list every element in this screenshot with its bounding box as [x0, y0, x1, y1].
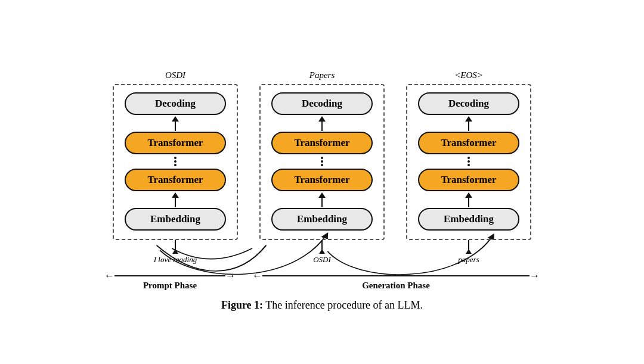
- diagram2-embedding-node: Embedding: [271, 208, 373, 231]
- diagram1-arrow2: [172, 191, 179, 208]
- diagram3-box: Decoding Transformer Transformer Embeddi…: [406, 84, 531, 240]
- input-arrowhead-icon: [466, 249, 472, 254]
- arrowhead-icon: [318, 116, 326, 122]
- diagram1-label-top: OSDI: [165, 70, 185, 80]
- diagram1-arrow1: [172, 115, 179, 132]
- diagram3-transformer2-node: Transformer: [418, 132, 519, 154]
- dot-icon: [321, 164, 323, 166]
- diagram2-transformer1-node: Transformer: [271, 169, 373, 191]
- figure-caption: Figure 1: The inference procedure of an …: [221, 299, 423, 312]
- diagram2-label-top: Papers: [309, 70, 335, 80]
- arrow-line: [468, 198, 469, 207]
- generation-arrow-right-icon: →: [530, 270, 540, 281]
- generation-arrow-left-icon: ←: [252, 270, 262, 281]
- input-arrow-line: [468, 240, 469, 250]
- generation-phase-label: Generation Phase: [362, 281, 430, 291]
- input-arrowhead-icon: [172, 249, 178, 254]
- generation-line: [262, 275, 530, 276]
- diagram2: Papers Decoding Transformer Transformer: [259, 70, 385, 265]
- diagram2-input-label: OSDI: [313, 255, 331, 265]
- generation-bracket: ← →: [252, 270, 540, 281]
- dot-icon: [321, 157, 323, 159]
- diagram3-arrow1: [465, 115, 472, 132]
- diagram1-decoding-node: Decoding: [125, 92, 226, 115]
- prompt-arrow-left-icon: ←: [104, 270, 114, 281]
- dot-icon: [174, 160, 177, 163]
- dot-icon: [467, 157, 470, 159]
- arrowhead-icon: [172, 116, 179, 122]
- arrow-line: [468, 122, 469, 131]
- diagram2-box: Decoding Transformer Transformer Embeddi…: [259, 84, 385, 240]
- diagram3-input-label: papers: [458, 255, 479, 265]
- prompt-phase-section: ← → Prompt Phase: [104, 270, 236, 291]
- diagram3-dots: [467, 154, 470, 169]
- arrowhead-icon: [465, 192, 472, 198]
- prompt-bracket: ← →: [104, 270, 236, 281]
- dot-icon: [467, 164, 470, 166]
- dot-icon: [174, 157, 177, 159]
- input-arrowhead-icon: [319, 249, 325, 254]
- diagram1-input-label: I love reading: [154, 255, 197, 265]
- diagram2-dots: [321, 154, 323, 169]
- prompt-phase-label: Prompt Phase: [143, 281, 197, 291]
- arrow-line: [321, 122, 323, 131]
- figure-container: OSDI Decoding Transformer Transformer: [36, 52, 608, 312]
- diagram1-box: Decoding Transformer Transformer Embeddi…: [113, 84, 238, 240]
- diagram3: <EOS> Decoding Transformer Transformer: [406, 70, 531, 265]
- diagram2-decoding-node: Decoding: [271, 92, 373, 115]
- diagram3-transformer1-node: Transformer: [418, 169, 519, 191]
- caption-text: The inference procedure of an LLM.: [263, 299, 423, 311]
- arrowhead-icon: [465, 116, 472, 122]
- phase-bars: ← → Prompt Phase ← → Generation Phase: [104, 270, 540, 291]
- arrow-line: [321, 198, 323, 207]
- diagram3-decoding-node: Decoding: [418, 92, 519, 115]
- dot-icon: [467, 160, 470, 163]
- input-arrow-line: [175, 240, 176, 250]
- dot-icon: [174, 164, 177, 166]
- diagram3-arrow2: [465, 191, 472, 208]
- diagram3-label-top: <EOS>: [454, 70, 483, 80]
- diagrams-row: OSDI Decoding Transformer Transformer: [36, 52, 608, 265]
- generation-phase-section: ← → Generation Phase: [252, 270, 540, 291]
- input-arrow-line: [321, 240, 323, 250]
- arrow-line: [175, 122, 176, 131]
- diagram2-arrow1: [318, 115, 326, 132]
- diagram1-dots: [174, 154, 177, 169]
- prompt-line: [114, 275, 225, 276]
- diagram1: OSDI Decoding Transformer Transformer: [113, 70, 238, 265]
- arrowhead-icon: [172, 192, 179, 198]
- prompt-arrow-right-icon: →: [225, 270, 236, 281]
- diagram1-embedding-node: Embedding: [125, 208, 226, 231]
- diagram1-transformer1-node: Transformer: [125, 169, 226, 191]
- diagram2-arrow2: [318, 191, 326, 208]
- dot-icon: [321, 160, 323, 163]
- arrowhead-icon: [318, 192, 326, 198]
- diagram1-transformer2-node: Transformer: [125, 132, 226, 154]
- arrow-line: [175, 198, 176, 207]
- diagram3-embedding-node: Embedding: [418, 208, 519, 231]
- caption-bold: Figure 1:: [221, 299, 263, 311]
- diagram2-transformer2-node: Transformer: [271, 132, 373, 154]
